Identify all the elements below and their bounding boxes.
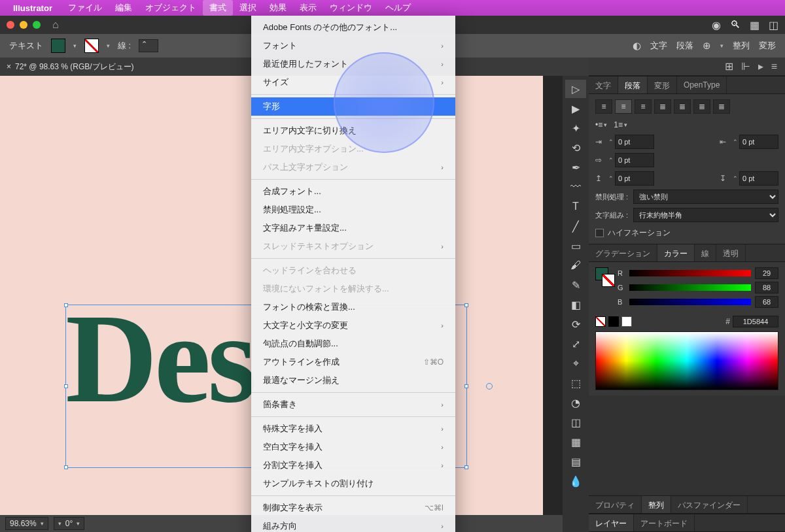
hex-input[interactable]: [733, 316, 778, 327]
panel-tab-artboards[interactable]: アートボード: [634, 514, 695, 531]
dd-insert-whitespace[interactable]: 空白文字を挿入›: [251, 438, 455, 456]
panel-menu-icon[interactable]: ⊞: [725, 60, 733, 73]
dd-smart-punctuation[interactable]: 句読点の自動調節...: [251, 335, 455, 353]
panel-tab-gradient[interactable]: グラデーション: [589, 244, 657, 261]
dd-bullets[interactable]: 箇条書き›: [251, 395, 455, 414]
panel-ruler-icon[interactable]: ⊩: [741, 60, 750, 73]
magic-wand-tool[interactable]: ✦: [565, 119, 586, 137]
free-transform-tool[interactable]: ⬚: [565, 374, 586, 392]
dd-size[interactable]: サイズ›: [251, 73, 455, 91]
line-tool[interactable]: ╱: [565, 217, 586, 235]
panel-tab-stroke[interactable]: 線: [695, 244, 716, 261]
app-name[interactable]: Illustrator: [13, 3, 52, 13]
indent-right-input[interactable]: [739, 135, 778, 149]
panel-tab-opentype[interactable]: OpenType: [677, 76, 727, 93]
rotation-field[interactable]: ▾0°▾: [54, 517, 84, 530]
window-close-button[interactable]: [7, 21, 14, 29]
b-input[interactable]: [755, 296, 778, 308]
dd-mojikumi-settings[interactable]: 文字組みアキ量設定...: [251, 219, 455, 237]
panel-tab-character[interactable]: 文字: [589, 76, 618, 93]
dd-insert-break[interactable]: 分割文字を挿入›: [251, 456, 455, 474]
bullet-list-button[interactable]: •≡ ▾: [595, 120, 607, 129]
tab-align[interactable]: 整列: [733, 40, 750, 52]
window-maximize-button[interactable]: [33, 21, 41, 29]
eyedropper-tool[interactable]: 💧: [565, 472, 586, 490]
zoom-field[interactable]: 98.63%▾: [5, 517, 48, 530]
justify-left-button[interactable]: ≣: [654, 99, 671, 114]
g-slider[interactable]: [629, 284, 751, 291]
menu-edit[interactable]: 編集: [109, 0, 139, 16]
dd-optical-margin[interactable]: 最適なマージン揃え: [251, 371, 455, 390]
g-input[interactable]: [755, 282, 778, 293]
justify-center-button[interactable]: ≣: [674, 99, 691, 114]
align-left-button[interactable]: ≡: [595, 99, 612, 114]
space-after-input[interactable]: [739, 171, 778, 186]
paintbrush-tool[interactable]: 🖌: [565, 256, 586, 274]
dd-show-hidden-chars[interactable]: 制御文字を表示⌥⌘I: [251, 499, 455, 517]
type-tool[interactable]: T: [565, 197, 586, 216]
b-slider[interactable]: [629, 299, 751, 305]
perspective-tool[interactable]: ◫: [565, 413, 586, 431]
r-input[interactable]: [755, 267, 778, 279]
width-tool[interactable]: ⌖: [565, 354, 586, 373]
fill-dropdown-icon[interactable]: ▾: [73, 42, 77, 49]
number-list-button[interactable]: 1≡ ▾: [614, 120, 627, 129]
selection-tool[interactable]: ▷: [565, 80, 586, 98]
panel-toggle-icon[interactable]: ◫: [769, 19, 778, 31]
home-icon[interactable]: ⌂: [52, 19, 59, 31]
rotate-tool[interactable]: ⟳: [565, 315, 586, 333]
none-swatch[interactable]: [595, 316, 606, 327]
menu-type[interactable]: 書式: [203, 0, 233, 16]
globe-icon[interactable]: ⊕: [703, 40, 711, 52]
shaper-tool[interactable]: ✎: [565, 276, 586, 294]
menu-file[interactable]: ファイル: [61, 0, 109, 16]
stroke-weight-input[interactable]: ⌃: [139, 39, 158, 52]
dd-composite-fonts[interactable]: 合成フォント...: [251, 182, 455, 201]
justify-right-button[interactable]: ≣: [693, 99, 710, 114]
menu-object[interactable]: オブジェクト: [139, 0, 203, 16]
dd-text-orientation[interactable]: 組み方向›: [251, 517, 455, 532]
user-icon[interactable]: ◉: [712, 19, 721, 31]
scale-tool[interactable]: ⤢: [565, 335, 586, 353]
tab-character[interactable]: 文字: [650, 40, 667, 52]
dd-placeholder-text[interactable]: サンプルテキストの割り付け: [251, 474, 455, 493]
white-swatch[interactable]: [621, 316, 632, 327]
dd-kinsoku-settings[interactable]: 禁則処理設定...: [251, 201, 455, 219]
fill-stroke-indicator[interactable]: [595, 267, 615, 287]
menu-effect[interactable]: 効果: [263, 0, 293, 16]
stroke-dropdown-icon[interactable]: ▾: [107, 42, 110, 49]
r-slider[interactable]: [629, 270, 751, 276]
text-out-port-icon[interactable]: [486, 383, 493, 390]
dd-find-replace-font[interactable]: フォントの検索と置換...: [251, 298, 455, 316]
align-right-button[interactable]: ≡: [635, 99, 652, 114]
panel-tab-paragraph[interactable]: 段落: [618, 76, 648, 93]
doc-tab-label[interactable]: 72* @ 98.63 % (RGB/プレビュー): [15, 61, 134, 73]
dd-change-case[interactable]: 大文字と小文字の変更›: [251, 316, 455, 335]
lasso-tool[interactable]: ⟲: [565, 139, 586, 157]
panel-list-icon[interactable]: ≡: [771, 61, 777, 73]
panel-tab-align[interactable]: 整列: [642, 496, 671, 513]
fill-swatch[interactable]: [51, 39, 65, 53]
menu-view[interactable]: 表示: [293, 0, 323, 16]
workspace-icon[interactable]: ▦: [750, 19, 759, 31]
window-minimize-button[interactable]: [20, 21, 27, 29]
dd-adobe-fonts[interactable]: Adobe Fonts のその他のフォント...: [251, 18, 455, 37]
hyphenation-checkbox[interactable]: [595, 229, 604, 237]
panel-tab-pathfinder[interactable]: パスファインダー: [671, 496, 748, 513]
direct-selection-tool[interactable]: ▶: [565, 99, 586, 118]
tab-transform[interactable]: 変形: [759, 40, 776, 52]
dd-create-outlines[interactable]: アウトラインを作成⇧⌘O: [251, 353, 455, 371]
dd-insert-special[interactable]: 特殊文字を挿入›: [251, 420, 455, 438]
eraser-tool[interactable]: ◧: [565, 295, 586, 314]
shape-builder-tool[interactable]: ◔: [565, 393, 586, 412]
panel-tab-color[interactable]: カラー: [657, 244, 695, 261]
indent-left-input[interactable]: [615, 135, 654, 149]
pen-tool[interactable]: ✒: [565, 158, 586, 176]
first-line-indent-input[interactable]: [615, 153, 654, 167]
justify-all-button[interactable]: ≣: [713, 99, 730, 114]
panel-tab-layers[interactable]: レイヤー: [589, 514, 634, 531]
stroke-swatch[interactable]: [84, 39, 99, 53]
align-center-button[interactable]: ≡: [615, 99, 632, 114]
kinsoku-select[interactable]: 強い禁則: [633, 190, 778, 204]
tab-paragraph[interactable]: 段落: [676, 40, 693, 52]
